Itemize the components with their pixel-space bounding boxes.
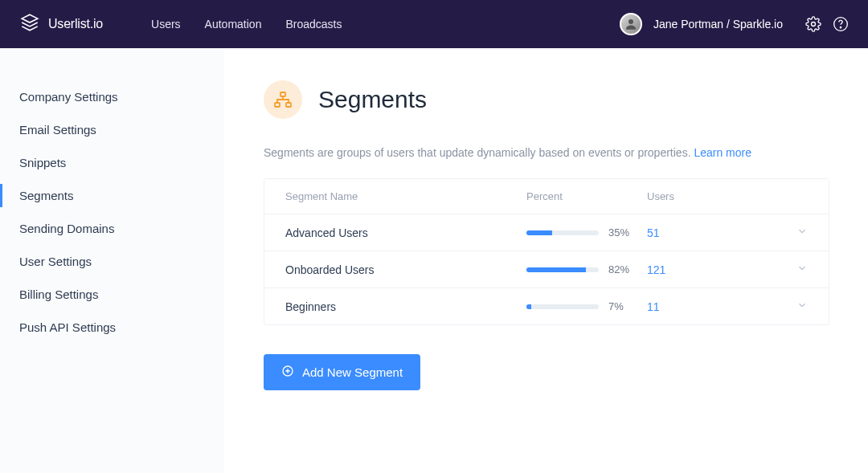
page-description-text: Segments are groups of users that update… [264,146,691,159]
segment-percent: 82% [526,263,647,275]
progress-fill [526,304,531,309]
nav-broadcasts[interactable]: Broadcasts [285,18,342,31]
user-label[interactable]: Jane Portman / Sparkle.io [653,18,783,31]
col-header-users: Users [647,190,768,202]
nav-users[interactable]: Users [151,18,181,31]
brand-name: Userlist.io [48,17,103,31]
help-icon[interactable] [833,16,849,32]
sidebar-item-billing-settings[interactable]: Billing Settings [0,278,224,311]
learn-more-link[interactable]: Learn more [694,146,751,159]
svg-point-1 [812,22,816,27]
svg-point-0 [628,19,633,24]
settings-icon[interactable] [805,16,821,32]
topbar: Userlist.io Users Automation Broadcasts … [0,0,868,48]
page-header: Segments [264,80,829,119]
segment-users[interactable]: 51 [647,226,768,239]
nav-automation[interactable]: Automation [205,18,262,31]
percent-label: 7% [608,300,624,312]
brand-logo-icon [19,12,40,36]
sidebar-item-company-settings[interactable]: Company Settings [0,80,224,113]
segment-percent: 7% [526,300,647,312]
add-segment-button[interactable]: Add New Segment [264,354,420,390]
settings-sidebar: Company Settings Email Settings Snippets… [0,48,225,473]
svg-point-3 [840,27,841,28]
percent-label: 82% [608,263,629,275]
sidebar-item-user-settings[interactable]: User Settings [0,245,224,278]
sidebar-item-snippets[interactable]: Snippets [0,146,224,179]
svg-rect-4 [280,92,285,96]
table-row[interactable]: Advanced Users 35% 51 [264,214,829,251]
page-title: Segments [318,86,427,113]
table-row[interactable]: Onboarded Users 82% 121 [264,251,829,288]
sidebar-item-email-settings[interactable]: Email Settings [0,113,224,146]
sidebar-item-sending-domains[interactable]: Sending Domains [0,212,224,245]
progress-bar [526,267,599,272]
progress-bar [526,304,599,309]
avatar[interactable] [620,13,642,35]
top-nav: Users Automation Broadcasts [151,18,342,31]
percent-label: 35% [608,226,629,239]
col-header-name: Segment Name [285,190,526,202]
segment-percent: 35% [526,226,647,239]
table-row[interactable]: Beginners 7% 11 [264,288,829,324]
segments-table: Segment Name Percent Users Advanced User… [264,178,829,325]
sidebar-item-push-api-settings[interactable]: Push API Settings [0,311,224,344]
add-segment-label: Add New Segment [302,365,403,379]
expand-icon[interactable] [768,300,808,313]
segment-name: Beginners [285,300,526,313]
table-header: Segment Name Percent Users [264,179,829,214]
svg-rect-6 [286,103,291,107]
segment-name: Onboarded Users [285,263,526,276]
page-description: Segments are groups of users that update… [264,146,829,159]
plus-circle-icon [281,365,294,380]
svg-rect-5 [275,103,280,107]
expand-icon[interactable] [768,263,808,276]
col-header-percent: Percent [526,190,647,202]
segment-users[interactable]: 11 [647,300,768,313]
progress-fill [526,267,586,272]
segment-users[interactable]: 121 [647,263,768,276]
brand[interactable]: Userlist.io [19,12,103,36]
main-content: Segments Segments are groups of users th… [225,48,868,473]
sidebar-item-segments[interactable]: Segments [0,179,224,212]
user-area: Jane Portman / Sparkle.io [620,13,849,35]
progress-bar [526,230,599,235]
segments-icon [264,80,302,119]
segment-name: Advanced Users [285,226,526,239]
progress-fill [526,230,552,235]
expand-icon[interactable] [768,226,808,239]
